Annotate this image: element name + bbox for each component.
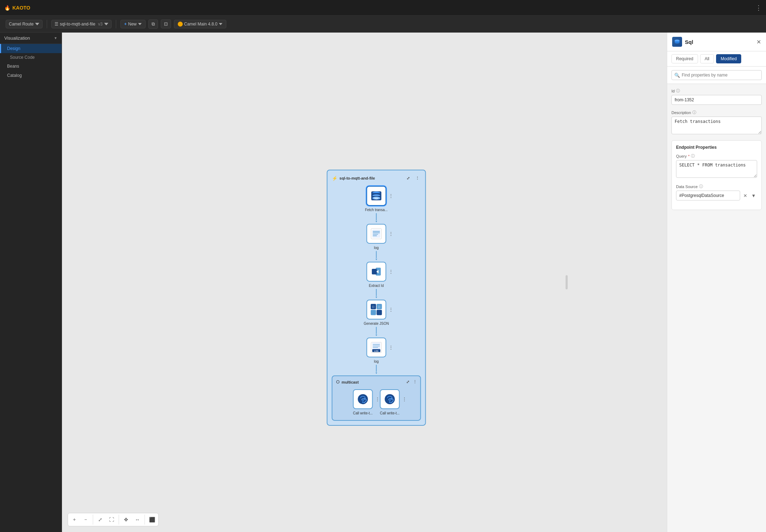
app-logo: 🔥 KAOTO — [4, 5, 30, 11]
node-fetch-transactions[interactable]: SQL ⋮ Fetch transa... — [332, 186, 421, 212]
datasource-dropdown-button[interactable]: ▼ — [750, 192, 757, 199]
multicast-menu-btn[interactable]: ⋮ — [413, 380, 417, 384]
svg-text:{ }: { } — [372, 305, 374, 308]
node-menu-json[interactable]: ⋮ — [388, 307, 393, 312]
node-menu-fetch[interactable]: ⋮ — [388, 193, 393, 199]
pan-button[interactable]: ↔ — [132, 515, 142, 525]
call1-node-icon[interactable] — [353, 389, 373, 409]
toolbar-sep-2 — [116, 20, 116, 28]
zoom-out-button[interactable]: － — [81, 515, 91, 525]
search-icon: 🔍 — [674, 73, 680, 78]
sidebar-item-source-code[interactable]: Source Code — [0, 53, 62, 62]
file-dropdown[interactable]: ☰ sql-to-mqtt-and-file v3 — [51, 20, 112, 28]
camel-dot-icon — [178, 22, 183, 27]
datasource-info-icon[interactable]: ⓘ — [699, 184, 703, 189]
camel-version-label: Camel Main 4.8.0 — [184, 22, 217, 27]
description-info-icon[interactable]: ⓘ — [692, 110, 696, 115]
connector-2 — [376, 251, 377, 258]
route-name: sql-to-mqtt-and-file — [340, 176, 375, 180]
connector-4 — [376, 327, 377, 334]
log1-node-icon[interactable] — [367, 224, 386, 244]
field-description: Description ⓘ Fetch transactions — [671, 110, 762, 135]
tab-modified[interactable]: Modified — [716, 54, 741, 63]
field-query: Query * ⓘ SELECT * FROM transactions — [676, 153, 757, 179]
canvas-area[interactable]: ⚡ sql-to-mqtt-and-file ⤢ ⋮ — [62, 33, 667, 532]
node-call-write-1[interactable]: ⋮ Call write-t... — [353, 389, 373, 415]
source-code-label: Source Code — [10, 55, 35, 60]
id-label: Id — [671, 89, 675, 93]
canvas-controls: ＋ － ⤢ ⛶ ✥ ↔ ⬛ — [68, 513, 159, 526]
extract-node-icon[interactable] — [367, 262, 386, 282]
call2-node-icon[interactable] — [380, 389, 400, 409]
close-button[interactable]: ✕ — [756, 39, 761, 45]
call2-label: Call write-t... — [380, 411, 400, 415]
query-textarea[interactable]: SELECT * FROM transactions — [676, 160, 757, 178]
node-menu-call2[interactable]: ⋮ — [402, 396, 407, 402]
node-log-2[interactable]: LOG ⋮ log — [332, 338, 421, 363]
endpoint-section: Endpoint Properties Query * ⓘ SELECT * F… — [671, 140, 762, 210]
log2-node-icon[interactable]: LOG — [367, 338, 386, 357]
query-label: Query — [676, 154, 687, 158]
node-extract-id[interactable]: ⋮ Extract Id — [332, 262, 421, 288]
panel-resize-handle[interactable] — [566, 275, 568, 289]
query-info-icon[interactable]: ⓘ — [691, 153, 695, 159]
split-view-button[interactable]: ⬛ — [147, 515, 157, 525]
multicast-expand-btn[interactable]: ⤢ — [406, 380, 409, 384]
id-input[interactable] — [671, 95, 762, 105]
undo-button[interactable]: ⊡ — [161, 19, 171, 28]
sidebar-visualization[interactable]: Visualization ▼ — [0, 33, 62, 44]
search-input[interactable] — [671, 70, 762, 80]
id-info-icon[interactable]: ⓘ — [676, 88, 680, 94]
sidebar-item-design[interactable]: Design — [0, 44, 62, 53]
design-label: Design — [7, 46, 20, 51]
description-textarea[interactable]: Fetch transactions — [671, 117, 762, 134]
toolbar-sep-1 — [47, 20, 47, 28]
flow-container: ⚡ sql-to-mqtt-and-file ⤢ ⋮ — [327, 170, 426, 426]
log2-label: log — [374, 360, 379, 363]
node-menu-call1[interactable]: ⋮ — [375, 396, 380, 402]
camel-route-dropdown[interactable]: Camel Route — [6, 20, 42, 28]
chevron-down-icon: ▼ — [54, 36, 57, 40]
new-button[interactable]: + New — [120, 20, 146, 28]
route-expand-button[interactable]: ⤢ — [405, 175, 412, 182]
fit-view-button[interactable]: ⤢ — [95, 515, 105, 525]
file-label: sql-to-mqtt-and-file — [60, 22, 95, 27]
node-menu-extract[interactable]: ⋮ — [388, 269, 393, 275]
json-node-icon[interactable]: { } [ ] — [367, 300, 386, 319]
field-datasource: Data Source ⓘ ✕ ▼ — [676, 184, 757, 200]
multicast-header: ⬡ multicast ⤢ ⋮ — [336, 380, 417, 384]
toolbar: Camel Route ☰ sql-to-mqtt-and-file v3 + … — [0, 16, 766, 33]
beans-label: Beans — [7, 64, 19, 69]
move-button[interactable]: ✥ — [121, 515, 131, 525]
sidebar-item-catalog[interactable]: Catalog — [0, 71, 62, 80]
datasource-clear-button[interactable]: ✕ — [742, 192, 749, 199]
node-log-1[interactable]: ⋮ log — [332, 224, 421, 250]
node-generate-json[interactable]: { } [ ] ⋮ Generate JSON — [332, 300, 421, 326]
node-menu-log2[interactable]: ⋮ — [388, 345, 393, 350]
connector-3 — [376, 289, 377, 296]
sql-node-icon[interactable]: SQL — [367, 186, 386, 206]
topbar-menu-icon[interactable]: ⋮ — [755, 4, 762, 12]
connector-1 — [376, 213, 377, 220]
copy-button[interactable]: ⧉ — [148, 19, 158, 29]
connector-5 — [376, 365, 377, 372]
tab-all[interactable]: All — [700, 54, 714, 63]
sidebar: Visualization ▼ Design Source Code Beans… — [0, 33, 62, 532]
new-label: New — [128, 22, 137, 27]
tab-required[interactable]: Required — [671, 54, 698, 63]
expand-button[interactable]: ⛶ — [107, 515, 117, 525]
description-label: Description — [671, 111, 691, 115]
panel-tabs: Required All Modified — [667, 51, 766, 67]
sidebar-item-beans[interactable]: Beans — [0, 62, 62, 71]
visualization-label: Visualization — [4, 35, 30, 41]
camel-version-dropdown[interactable]: Camel Main 4.8.0 — [174, 20, 226, 28]
zoom-in-button[interactable]: ＋ — [69, 515, 79, 525]
copy-icon: ⧉ — [152, 21, 155, 27]
undo-icon: ⊡ — [164, 21, 168, 27]
datasource-input[interactable] — [676, 191, 740, 200]
svg-text:LOG: LOG — [374, 350, 379, 352]
route-menu-button[interactable]: ⋮ — [414, 175, 421, 182]
catalog-label: Catalog — [7, 73, 22, 78]
node-menu-log1[interactable]: ⋮ — [388, 231, 393, 237]
node-call-write-2[interactable]: ⋮ Call write-t... — [380, 389, 400, 415]
